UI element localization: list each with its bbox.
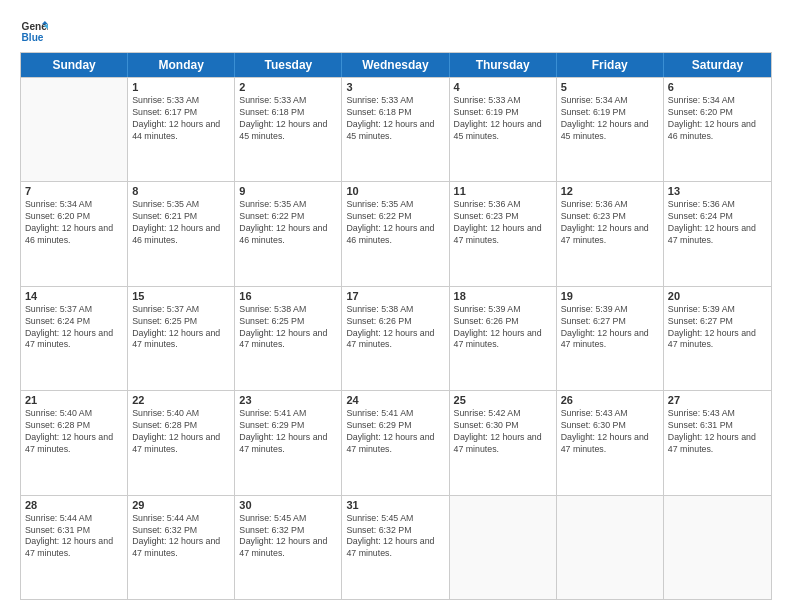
cell-detail: Sunrise: 5:44 AM Sunset: 6:31 PM Dayligh… [25,513,123,561]
week-row-4: 21Sunrise: 5:40 AM Sunset: 6:28 PM Dayli… [21,390,771,494]
cell-detail: Sunrise: 5:33 AM Sunset: 6:18 PM Dayligh… [346,95,444,143]
day-cell-17: 17Sunrise: 5:38 AM Sunset: 6:26 PM Dayli… [342,287,449,390]
calendar-header: SundayMondayTuesdayWednesdayThursdayFrid… [21,53,771,77]
day-cell-3: 3Sunrise: 5:33 AM Sunset: 6:18 PM Daylig… [342,78,449,181]
cell-detail: Sunrise: 5:36 AM Sunset: 6:24 PM Dayligh… [668,199,767,247]
day-number: 22 [132,394,230,406]
header-day-friday: Friday [557,53,664,77]
cell-detail: Sunrise: 5:37 AM Sunset: 6:25 PM Dayligh… [132,304,230,352]
day-number: 24 [346,394,444,406]
cell-detail: Sunrise: 5:40 AM Sunset: 6:28 PM Dayligh… [25,408,123,456]
logo: General Blue [20,18,48,46]
day-number: 2 [239,81,337,93]
calendar-body: 1Sunrise: 5:33 AM Sunset: 6:17 PM Daylig… [21,77,771,599]
cell-detail: Sunrise: 5:43 AM Sunset: 6:31 PM Dayligh… [668,408,767,456]
day-cell-25: 25Sunrise: 5:42 AM Sunset: 6:30 PM Dayli… [450,391,557,494]
header-day-sunday: Sunday [21,53,128,77]
header-day-saturday: Saturday [664,53,771,77]
cell-detail: Sunrise: 5:34 AM Sunset: 6:20 PM Dayligh… [668,95,767,143]
day-cell-8: 8Sunrise: 5:35 AM Sunset: 6:21 PM Daylig… [128,182,235,285]
svg-text:Blue: Blue [22,32,44,43]
cell-detail: Sunrise: 5:44 AM Sunset: 6:32 PM Dayligh… [132,513,230,561]
day-cell-empty [21,78,128,181]
week-row-2: 7Sunrise: 5:34 AM Sunset: 6:20 PM Daylig… [21,181,771,285]
cell-detail: Sunrise: 5:38 AM Sunset: 6:25 PM Dayligh… [239,304,337,352]
cell-detail: Sunrise: 5:36 AM Sunset: 6:23 PM Dayligh… [454,199,552,247]
day-number: 18 [454,290,552,302]
day-cell-9: 9Sunrise: 5:35 AM Sunset: 6:22 PM Daylig… [235,182,342,285]
day-number: 8 [132,185,230,197]
header-day-thursday: Thursday [450,53,557,77]
day-number: 23 [239,394,337,406]
day-number: 1 [132,81,230,93]
day-number: 19 [561,290,659,302]
calendar: SundayMondayTuesdayWednesdayThursdayFrid… [20,52,772,600]
day-number: 21 [25,394,123,406]
day-cell-21: 21Sunrise: 5:40 AM Sunset: 6:28 PM Dayli… [21,391,128,494]
week-row-5: 28Sunrise: 5:44 AM Sunset: 6:31 PM Dayli… [21,495,771,599]
day-cell-4: 4Sunrise: 5:33 AM Sunset: 6:19 PM Daylig… [450,78,557,181]
day-number: 16 [239,290,337,302]
cell-detail: Sunrise: 5:33 AM Sunset: 6:18 PM Dayligh… [239,95,337,143]
day-cell-15: 15Sunrise: 5:37 AM Sunset: 6:25 PM Dayli… [128,287,235,390]
header: General Blue [20,18,772,46]
day-number: 15 [132,290,230,302]
day-number: 28 [25,499,123,511]
day-cell-19: 19Sunrise: 5:39 AM Sunset: 6:27 PM Dayli… [557,287,664,390]
day-cell-23: 23Sunrise: 5:41 AM Sunset: 6:29 PM Dayli… [235,391,342,494]
day-cell-16: 16Sunrise: 5:38 AM Sunset: 6:25 PM Dayli… [235,287,342,390]
day-cell-29: 29Sunrise: 5:44 AM Sunset: 6:32 PM Dayli… [128,496,235,599]
day-cell-empty [450,496,557,599]
day-cell-11: 11Sunrise: 5:36 AM Sunset: 6:23 PM Dayli… [450,182,557,285]
day-number: 11 [454,185,552,197]
day-cell-13: 13Sunrise: 5:36 AM Sunset: 6:24 PM Dayli… [664,182,771,285]
day-number: 12 [561,185,659,197]
cell-detail: Sunrise: 5:41 AM Sunset: 6:29 PM Dayligh… [346,408,444,456]
day-cell-empty [557,496,664,599]
day-cell-1: 1Sunrise: 5:33 AM Sunset: 6:17 PM Daylig… [128,78,235,181]
day-number: 29 [132,499,230,511]
day-cell-31: 31Sunrise: 5:45 AM Sunset: 6:32 PM Dayli… [342,496,449,599]
day-cell-27: 27Sunrise: 5:43 AM Sunset: 6:31 PM Dayli… [664,391,771,494]
cell-detail: Sunrise: 5:45 AM Sunset: 6:32 PM Dayligh… [239,513,337,561]
day-cell-18: 18Sunrise: 5:39 AM Sunset: 6:26 PM Dayli… [450,287,557,390]
day-cell-10: 10Sunrise: 5:35 AM Sunset: 6:22 PM Dayli… [342,182,449,285]
header-day-tuesday: Tuesday [235,53,342,77]
day-number: 7 [25,185,123,197]
cell-detail: Sunrise: 5:36 AM Sunset: 6:23 PM Dayligh… [561,199,659,247]
day-number: 25 [454,394,552,406]
day-number: 4 [454,81,552,93]
day-number: 10 [346,185,444,197]
day-number: 5 [561,81,659,93]
cell-detail: Sunrise: 5:43 AM Sunset: 6:30 PM Dayligh… [561,408,659,456]
day-number: 27 [668,394,767,406]
cell-detail: Sunrise: 5:39 AM Sunset: 6:27 PM Dayligh… [668,304,767,352]
day-number: 3 [346,81,444,93]
day-cell-24: 24Sunrise: 5:41 AM Sunset: 6:29 PM Dayli… [342,391,449,494]
header-day-monday: Monday [128,53,235,77]
cell-detail: Sunrise: 5:33 AM Sunset: 6:19 PM Dayligh… [454,95,552,143]
week-row-3: 14Sunrise: 5:37 AM Sunset: 6:24 PM Dayli… [21,286,771,390]
day-number: 9 [239,185,337,197]
cell-detail: Sunrise: 5:33 AM Sunset: 6:17 PM Dayligh… [132,95,230,143]
day-cell-2: 2Sunrise: 5:33 AM Sunset: 6:18 PM Daylig… [235,78,342,181]
cell-detail: Sunrise: 5:34 AM Sunset: 6:20 PM Dayligh… [25,199,123,247]
day-cell-20: 20Sunrise: 5:39 AM Sunset: 6:27 PM Dayli… [664,287,771,390]
day-number: 30 [239,499,337,511]
day-cell-5: 5Sunrise: 5:34 AM Sunset: 6:19 PM Daylig… [557,78,664,181]
cell-detail: Sunrise: 5:35 AM Sunset: 6:22 PM Dayligh… [346,199,444,247]
cell-detail: Sunrise: 5:35 AM Sunset: 6:21 PM Dayligh… [132,199,230,247]
cell-detail: Sunrise: 5:40 AM Sunset: 6:28 PM Dayligh… [132,408,230,456]
day-cell-6: 6Sunrise: 5:34 AM Sunset: 6:20 PM Daylig… [664,78,771,181]
cell-detail: Sunrise: 5:42 AM Sunset: 6:30 PM Dayligh… [454,408,552,456]
week-row-1: 1Sunrise: 5:33 AM Sunset: 6:17 PM Daylig… [21,77,771,181]
day-number: 14 [25,290,123,302]
day-cell-empty [664,496,771,599]
cell-detail: Sunrise: 5:35 AM Sunset: 6:22 PM Dayligh… [239,199,337,247]
day-number: 20 [668,290,767,302]
cell-detail: Sunrise: 5:41 AM Sunset: 6:29 PM Dayligh… [239,408,337,456]
cell-detail: Sunrise: 5:37 AM Sunset: 6:24 PM Dayligh… [25,304,123,352]
day-number: 31 [346,499,444,511]
day-cell-22: 22Sunrise: 5:40 AM Sunset: 6:28 PM Dayli… [128,391,235,494]
day-cell-7: 7Sunrise: 5:34 AM Sunset: 6:20 PM Daylig… [21,182,128,285]
